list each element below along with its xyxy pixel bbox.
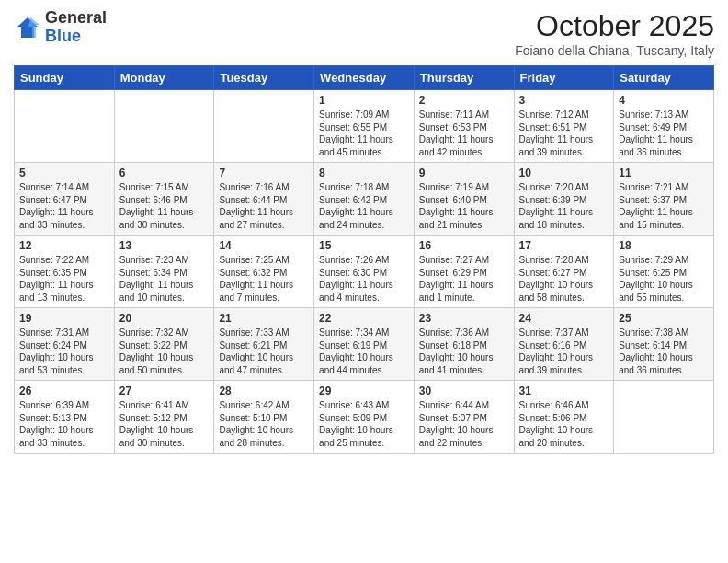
weekday-header: Wednesday <box>314 66 415 90</box>
weekday-header: Thursday <box>414 66 514 90</box>
day-info: Sunrise: 7:22 AM Sunset: 6:35 PM Dayligh… <box>19 255 94 303</box>
weekday-header: Monday <box>114 66 214 90</box>
calendar-cell <box>114 90 214 163</box>
day-info: Sunrise: 7:16 AM Sunset: 6:44 PM Dayligh… <box>219 182 293 230</box>
calendar-week-row: 19Sunrise: 7:31 AM Sunset: 6:24 PM Dayli… <box>15 308 714 381</box>
day-info: Sunrise: 7:28 AM Sunset: 6:27 PM Dayligh… <box>519 255 594 303</box>
day-info: Sunrise: 6:46 AM Sunset: 5:06 PM Dayligh… <box>519 400 594 448</box>
calendar-cell: 24Sunrise: 7:37 AM Sunset: 6:16 PM Dayli… <box>514 308 614 381</box>
day-number: 7 <box>219 167 309 179</box>
calendar-cell: 14Sunrise: 7:25 AM Sunset: 6:32 PM Dayli… <box>214 236 314 308</box>
logo-icon <box>14 14 41 41</box>
day-info: Sunrise: 7:38 AM Sunset: 6:14 PM Dayligh… <box>619 327 693 375</box>
calendar-cell: 5Sunrise: 7:14 AM Sunset: 6:47 PM Daylig… <box>15 163 115 236</box>
day-number: 4 <box>619 94 709 107</box>
day-info: Sunrise: 6:39 AM Sunset: 5:13 PM Dayligh… <box>19 400 94 448</box>
day-number: 2 <box>419 94 509 107</box>
calendar-cell: 30Sunrise: 6:44 AM Sunset: 5:07 PM Dayli… <box>414 381 514 454</box>
day-info: Sunrise: 7:15 AM Sunset: 6:46 PM Dayligh… <box>119 182 194 230</box>
day-info: Sunrise: 6:44 AM Sunset: 5:07 PM Dayligh… <box>419 400 494 448</box>
calendar-cell: 6Sunrise: 7:15 AM Sunset: 6:46 PM Daylig… <box>114 163 214 236</box>
day-info: Sunrise: 7:18 AM Sunset: 6:42 PM Dayligh… <box>319 182 393 230</box>
calendar-cell: 7Sunrise: 7:16 AM Sunset: 6:44 PM Daylig… <box>214 163 314 236</box>
day-number: 9 <box>419 167 509 179</box>
calendar-week-row: 12Sunrise: 7:22 AM Sunset: 6:35 PM Dayli… <box>15 236 714 308</box>
day-number: 12 <box>19 239 109 252</box>
day-number: 20 <box>119 312 210 325</box>
calendar-cell: 8Sunrise: 7:18 AM Sunset: 6:42 PM Daylig… <box>314 163 415 236</box>
calendar-cell: 4Sunrise: 7:13 AM Sunset: 6:49 PM Daylig… <box>614 90 714 163</box>
calendar-cell: 3Sunrise: 7:12 AM Sunset: 6:51 PM Daylig… <box>514 90 614 163</box>
calendar-cell: 15Sunrise: 7:26 AM Sunset: 6:30 PM Dayli… <box>314 236 415 308</box>
page: General Blue October 2025 Foiano della C… <box>0 0 728 563</box>
day-info: Sunrise: 7:12 AM Sunset: 6:51 PM Dayligh… <box>519 109 594 157</box>
day-info: Sunrise: 7:27 AM Sunset: 6:29 PM Dayligh… <box>419 255 494 303</box>
day-info: Sunrise: 6:41 AM Sunset: 5:12 PM Dayligh… <box>119 400 194 448</box>
day-number: 25 <box>619 312 709 325</box>
day-info: Sunrise: 7:20 AM Sunset: 6:39 PM Dayligh… <box>519 182 594 230</box>
calendar-cell: 28Sunrise: 6:42 AM Sunset: 5:10 PM Dayli… <box>214 381 314 454</box>
calendar-cell: 25Sunrise: 7:38 AM Sunset: 6:14 PM Dayli… <box>614 308 714 381</box>
calendar-cell: 11Sunrise: 7:21 AM Sunset: 6:37 PM Dayli… <box>614 163 714 236</box>
calendar-cell: 18Sunrise: 7:29 AM Sunset: 6:25 PM Dayli… <box>614 236 714 308</box>
day-info: Sunrise: 7:23 AM Sunset: 6:34 PM Dayligh… <box>119 255 194 303</box>
day-number: 27 <box>119 385 210 397</box>
logo-text: General Blue <box>45 9 107 46</box>
day-info: Sunrise: 7:09 AM Sunset: 6:55 PM Dayligh… <box>319 109 393 157</box>
title-block: October 2025 Foiano della Chiana, Tuscan… <box>515 9 714 58</box>
calendar-cell: 12Sunrise: 7:22 AM Sunset: 6:35 PM Dayli… <box>15 236 115 308</box>
day-number: 10 <box>519 167 609 179</box>
day-info: Sunrise: 7:14 AM Sunset: 6:47 PM Dayligh… <box>19 182 94 230</box>
calendar-cell: 9Sunrise: 7:19 AM Sunset: 6:40 PM Daylig… <box>414 163 514 236</box>
calendar-cell: 27Sunrise: 6:41 AM Sunset: 5:12 PM Dayli… <box>114 381 214 454</box>
day-info: Sunrise: 7:36 AM Sunset: 6:18 PM Dayligh… <box>419 327 494 375</box>
calendar-cell: 31Sunrise: 6:46 AM Sunset: 5:06 PM Dayli… <box>514 381 614 454</box>
day-number: 23 <box>419 312 509 325</box>
day-number: 6 <box>119 167 210 179</box>
calendar-cell: 1Sunrise: 7:09 AM Sunset: 6:55 PM Daylig… <box>314 90 415 163</box>
day-number: 14 <box>219 239 309 252</box>
weekday-header: Saturday <box>614 66 714 90</box>
day-number: 16 <box>419 239 509 252</box>
day-number: 8 <box>319 167 409 179</box>
calendar-cell: 17Sunrise: 7:28 AM Sunset: 6:27 PM Dayli… <box>514 236 614 308</box>
day-info: Sunrise: 7:32 AM Sunset: 6:22 PM Dayligh… <box>119 327 194 375</box>
logo-blue-text: Blue <box>45 28 107 46</box>
day-info: Sunrise: 7:34 AM Sunset: 6:19 PM Dayligh… <box>319 327 393 375</box>
day-info: Sunrise: 7:33 AM Sunset: 6:21 PM Dayligh… <box>219 327 293 375</box>
day-number: 21 <box>219 312 309 325</box>
calendar-subtitle: Foiano della Chiana, Tuscany, Italy <box>515 43 714 58</box>
day-info: Sunrise: 7:25 AM Sunset: 6:32 PM Dayligh… <box>219 255 293 303</box>
weekday-header: Tuesday <box>214 66 314 90</box>
day-number: 31 <box>519 385 609 397</box>
calendar-table: SundayMondayTuesdayWednesdayThursdayFrid… <box>14 65 714 454</box>
calendar-cell: 16Sunrise: 7:27 AM Sunset: 6:29 PM Dayli… <box>414 236 514 308</box>
day-number: 19 <box>19 312 109 325</box>
day-number: 13 <box>119 239 210 252</box>
day-info: Sunrise: 7:26 AM Sunset: 6:30 PM Dayligh… <box>319 255 393 303</box>
day-number: 28 <box>219 385 309 397</box>
calendar-cell <box>15 90 115 163</box>
day-number: 26 <box>19 385 109 397</box>
day-number: 18 <box>619 239 709 252</box>
calendar-cell: 2Sunrise: 7:11 AM Sunset: 6:53 PM Daylig… <box>414 90 514 163</box>
day-number: 5 <box>19 167 109 179</box>
calendar-cell: 29Sunrise: 6:43 AM Sunset: 5:09 PM Dayli… <box>314 381 415 454</box>
day-number: 30 <box>419 385 509 397</box>
logo-general-text: General <box>45 9 107 28</box>
calendar-cell: 23Sunrise: 7:36 AM Sunset: 6:18 PM Dayli… <box>414 308 514 381</box>
calendar-week-row: 5Sunrise: 7:14 AM Sunset: 6:47 PM Daylig… <box>15 163 714 236</box>
calendar-cell: 26Sunrise: 6:39 AM Sunset: 5:13 PM Dayli… <box>15 381 115 454</box>
logo: General Blue <box>14 9 107 46</box>
day-number: 29 <box>319 385 409 397</box>
day-info: Sunrise: 6:42 AM Sunset: 5:10 PM Dayligh… <box>219 400 293 448</box>
day-info: Sunrise: 7:37 AM Sunset: 6:16 PM Dayligh… <box>519 327 594 375</box>
day-number: 3 <box>519 94 609 107</box>
day-number: 22 <box>319 312 409 325</box>
day-number: 11 <box>619 167 709 179</box>
calendar-cell <box>614 381 714 454</box>
header: General Blue October 2025 Foiano della C… <box>14 9 714 58</box>
day-number: 1 <box>319 94 409 107</box>
calendar-cell: 10Sunrise: 7:20 AM Sunset: 6:39 PM Dayli… <box>514 163 614 236</box>
day-info: Sunrise: 7:31 AM Sunset: 6:24 PM Dayligh… <box>19 327 94 375</box>
